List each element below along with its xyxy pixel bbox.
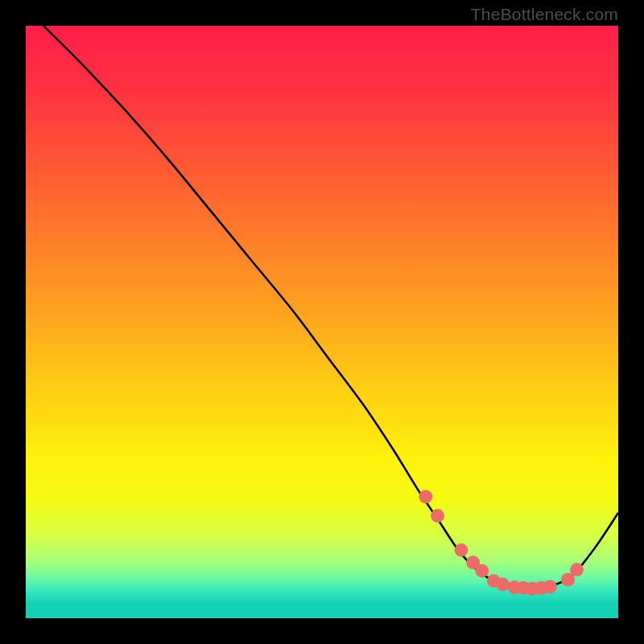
curve-layer — [26, 26, 618, 618]
attribution-text: TheBottleneck.com — [471, 5, 618, 24]
highlight-dot — [419, 490, 432, 504]
plot-area — [26, 26, 618, 618]
highlight-dot — [543, 580, 557, 594]
bottleneck-curve — [43, 26, 618, 588]
highlight-dot — [496, 578, 510, 592]
highlight-dot — [570, 563, 584, 576]
highlight-dot — [475, 564, 489, 578]
highlight-dot — [454, 543, 468, 557]
chart-frame: TheBottleneck.com — [0, 0, 644, 644]
highlight-dot — [431, 509, 444, 522]
highlight-dots — [419, 490, 584, 596]
